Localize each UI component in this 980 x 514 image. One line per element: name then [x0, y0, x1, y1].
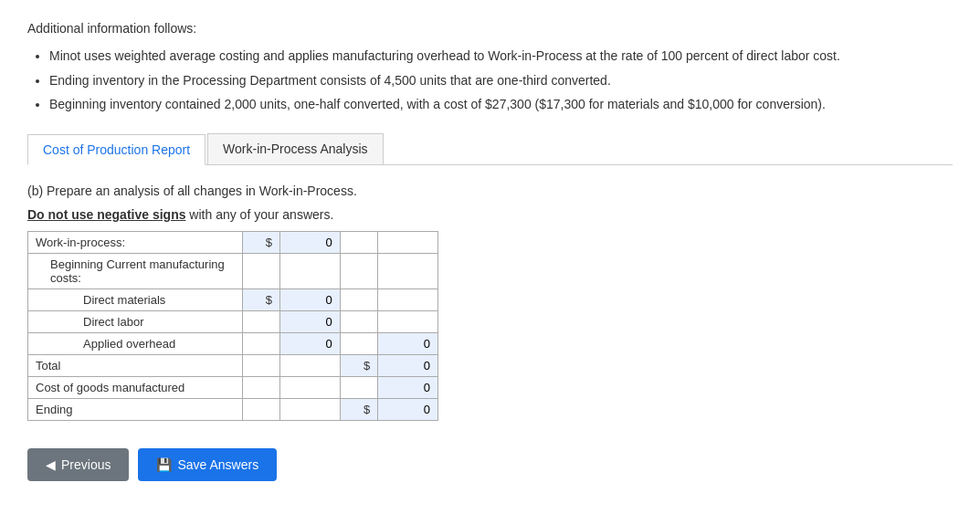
row-value-left-total — [280, 354, 341, 376]
warning-rest: with any of your answers. — [185, 207, 333, 222]
row-value-right-dm — [378, 288, 438, 310]
row-dollar-right-ending: $ — [340, 398, 377, 420]
table-row: Total $ — [28, 354, 438, 376]
section-body: (b) Prepare an analysis of all changes i… — [27, 184, 953, 421]
previous-button[interactable]: ◀ Previous — [27, 448, 129, 481]
input-ao-left — [288, 337, 332, 351]
table-row: Direct labor — [28, 310, 438, 332]
row-value-left-ao[interactable] — [280, 332, 341, 354]
row-dollar-right-beginning — [340, 253, 377, 288]
row-dollar-right-ao — [340, 332, 377, 354]
input-ending-right — [385, 403, 430, 416]
additional-info-section: Additional information follows: Minot us… — [27, 18, 953, 115]
row-label-direct-materials: Direct materials — [28, 288, 243, 310]
row-label-wip: Work-in-process: — [28, 231, 243, 253]
table-row: Work-in-process: $ — [28, 231, 438, 253]
row-label-beginning: Beginning Current manufacturing costs: — [28, 253, 243, 288]
save-label: Save Answers — [177, 457, 258, 472]
row-value-left-dl[interactable] — [280, 310, 341, 332]
tab-wip-analysis[interactable]: Work-in-Process Analysis — [207, 133, 383, 164]
additional-info-list: Minot uses weighted average costing and … — [27, 46, 953, 114]
row-dollar-left-dm: $ — [242, 288, 279, 310]
wip-table: Work-in-process: $ Beginning Current man… — [27, 231, 438, 421]
row-label-ending: Ending — [28, 398, 243, 420]
section-instruction: (b) Prepare an analysis of all changes i… — [27, 184, 953, 198]
input-ao-right — [385, 337, 430, 351]
row-dollar-left-wip: $ — [242, 231, 279, 253]
table-row: Beginning Current manufacturing costs: — [28, 253, 438, 288]
do-not-use-label: Do not use negative signs — [27, 207, 185, 222]
row-label-applied-overhead: Applied overhead — [28, 332, 243, 354]
save-icon: 💾 — [156, 457, 172, 472]
bullet-3: Beginning inventory contained 2,000 unit… — [49, 94, 953, 114]
bullet-2: Ending inventory in the Processing Depar… — [49, 70, 953, 90]
row-dollar-left-ending — [242, 398, 279, 420]
row-value-left-beginning — [280, 253, 341, 288]
row-dollar-left-beginning — [242, 253, 279, 288]
row-dollar-left-total — [242, 354, 279, 376]
row-value-right-total[interactable] — [378, 354, 438, 376]
row-dollar-left-ao — [242, 332, 279, 354]
row-value-right-ao[interactable] — [378, 332, 438, 354]
row-dollar-right-dm — [340, 288, 377, 310]
row-label-direct-labor: Direct labor — [28, 310, 243, 332]
input-total-right — [385, 359, 430, 372]
table-row: Ending $ — [28, 398, 438, 420]
bullet-1: Minot uses weighted average costing and … — [49, 46, 953, 66]
save-answers-button[interactable]: 💾 Save Answers — [138, 448, 277, 481]
input-dm-left — [288, 293, 332, 307]
row-value-left-wip[interactable] — [280, 231, 341, 253]
footer-buttons: ◀ Previous 💾 Save Answers — [27, 448, 953, 481]
row-dollar-right-wip — [340, 231, 377, 253]
row-dollar-left-dl — [242, 310, 279, 332]
row-dollar-right-total: $ — [340, 354, 377, 376]
row-value-right-cogm[interactable] — [378, 376, 438, 398]
table-row: Direct materials $ — [28, 288, 438, 310]
row-label-total: Total — [28, 354, 243, 376]
input-dl-left — [288, 315, 332, 329]
input-cogm-right — [385, 381, 430, 394]
row-label-cogm: Cost of goods manufactured — [28, 376, 243, 398]
row-value-right-wip — [378, 231, 438, 253]
row-value-right-ending[interactable] — [378, 398, 438, 420]
row-value-left-cogm — [280, 376, 341, 398]
tab-cost-of-production[interactable]: Cost of Production Report — [27, 134, 205, 165]
table-row: Cost of goods manufactured — [28, 376, 438, 398]
table-row: Applied overhead — [28, 332, 438, 354]
row-value-right-dl — [378, 310, 438, 332]
row-dollar-right-cogm — [340, 376, 377, 398]
additional-info-heading: Additional information follows: — [27, 18, 953, 38]
row-dollar-left-cogm — [242, 376, 279, 398]
row-value-right-beginning — [378, 253, 438, 288]
input-wip-left — [288, 236, 332, 249]
row-value-left-dm[interactable] — [280, 288, 341, 310]
previous-label: Previous — [61, 457, 111, 472]
tabs-container: Cost of Production Report Work-in-Proces… — [27, 133, 953, 165]
row-value-left-ending — [280, 398, 341, 420]
warning-text: Do not use negative signs with any of yo… — [27, 207, 953, 222]
previous-icon: ◀ — [46, 457, 56, 472]
row-dollar-right-dl — [340, 310, 377, 332]
